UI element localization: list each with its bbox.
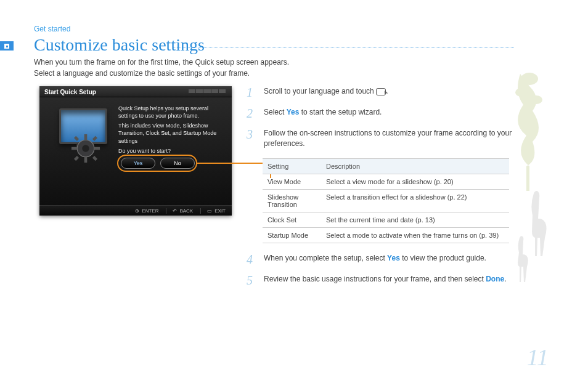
svg-rect-8 [92,156,97,161]
footer-back-label: BACK [179,208,193,214]
enter-footer-icon: ⊕ [135,208,139,214]
svg-rect-3 [71,147,77,150]
step-number: 3 [247,128,255,150]
device-screenshot: Start Quick Setup Quick Setup helps you … [39,86,232,216]
page-title: Customize basic settings [34,35,205,55]
side-decoration [508,68,551,326]
page-number: 11 [527,344,549,371]
enter-icon [376,88,386,95]
section-label: Get started [34,25,70,33]
step-text: When you complete the setup, select Yes … [264,253,486,265]
gear-icon [71,134,100,163]
svg-rect-7 [74,156,79,161]
table-row: Clock Set Set the current time and date … [263,212,509,227]
table-cell-desc: Select a mode to activate when the frame… [321,227,509,243]
intro-line: Select a language and customize the basi… [34,68,289,79]
table-cell-name: Startup Mode [263,227,321,243]
svg-rect-6 [92,136,97,141]
svg-rect-4 [94,147,100,150]
intro-line: When you turn the frame on for the first… [34,57,289,68]
screenshot-footer: ⊕ENTER ↶BACK ▭EXIT [39,205,232,216]
table-head-setting: Setting [263,158,321,174]
settings-table: Setting Description View Mode Select a v… [263,158,509,243]
step-text: Follow the on-screen instructions to cus… [264,128,514,150]
screenshot-body-line: This includes View Mode, Slideshow Trans… [118,122,224,144]
table-row: View Mode Select a view mode for a slide… [263,174,509,189]
screenshot-progress-icon [189,89,226,93]
back-footer-icon: ↶ [173,208,177,214]
screenshot-body: Quick Setup helps you setup several sett… [118,105,224,155]
step-text: Scroll to your language and touch . [264,86,388,99]
table-cell-desc: Set the current time and date (p. 13) [321,212,509,227]
table-cell-name: Clock Set [263,212,321,227]
step-4: 4 When you complete the setup, select Ye… [247,253,514,265]
screenshot-body-line: Quick Setup helps you setup several sett… [118,105,224,119]
step-2: 2 Select Yes to start the setup wizard. [247,107,514,119]
table-row: Startup Mode Select a mode to activate w… [263,227,509,243]
svg-point-11 [515,88,528,97]
table-cell-name: View Mode [263,174,321,189]
step-5: 5 Review the basic usage instructions fo… [247,274,514,286]
step-number: 2 [247,107,255,119]
manual-page: Get started Customize basic settings Whe… [0,0,588,388]
table-cell-desc: Select a view mode for a slideshow (p. 2… [321,174,509,189]
svg-point-12 [530,95,542,104]
step-text: Select Yes to start the setup wizard. [264,107,382,119]
side-tab-icon [0,41,14,51]
screenshot-title: Start Quick Setup [44,89,96,95]
table-cell-desc: Select a transition effect for a slidesh… [321,189,509,212]
footer-enter-label: ENTER [142,208,158,214]
step-number: 5 [247,274,255,286]
callout-ring [117,155,197,172]
svg-point-9 [82,145,89,152]
table-cell-name: Slideshow Transition [263,189,321,212]
screenshot-body-line: Do you want to start? [118,147,224,155]
svg-rect-2 [84,157,88,163]
footer-exit-label: EXIT [214,208,226,214]
intro-text: When you turn the frame on for the first… [34,57,289,79]
steps-list: 1 Scroll to your language and touch . 2 … [247,86,514,295]
step-number: 4 [247,253,255,265]
exit-footer-icon: ▭ [207,208,212,214]
table-row: Slideshow Transition Select a transition… [263,189,509,212]
svg-point-10 [521,73,538,85]
title-rule [173,47,514,47]
svg-rect-1 [84,134,88,140]
step-3: 3 Follow the on-screen instructions to c… [247,128,514,150]
step-1: 1 Scroll to your language and touch . [247,86,514,99]
step-text: Review the basic usage instructions for … [264,274,507,286]
svg-rect-5 [74,136,79,141]
device-illustration [46,105,113,160]
step-number: 1 [247,86,255,99]
table-head-description: Description [321,158,509,174]
